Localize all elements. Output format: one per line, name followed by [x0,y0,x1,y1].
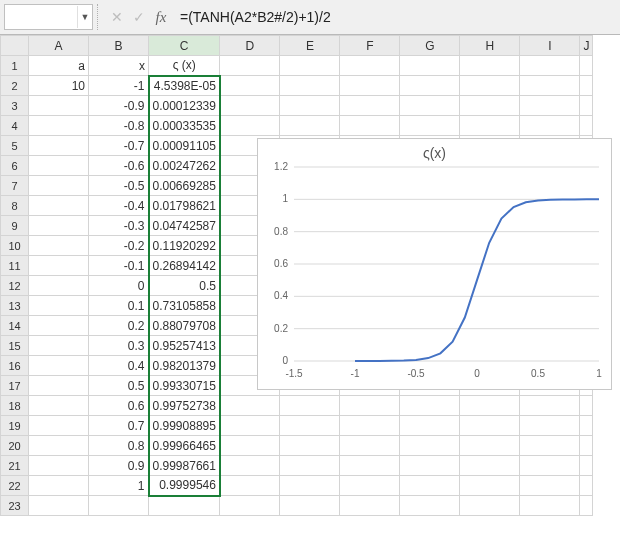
col-header-J[interactable]: J [580,36,593,56]
cell-A7[interactable] [29,176,89,196]
cell-A8[interactable] [29,196,89,216]
cell-B16[interactable]: 0.4 [89,356,149,376]
cell-A2[interactable]: 10 [29,76,89,96]
cell-C22[interactable]: 0.9999546 [149,476,220,496]
cell-D18[interactable] [220,396,280,416]
row-header-22[interactable]: 22 [1,476,29,496]
cell-A23[interactable] [29,496,89,516]
cell-I4[interactable] [520,116,580,136]
cell-A13[interactable] [29,296,89,316]
cell-J21[interactable] [580,456,593,476]
row-header-10[interactable]: 10 [1,236,29,256]
cell-D21[interactable] [220,456,280,476]
cell-B18[interactable]: 0.6 [89,396,149,416]
row-header-4[interactable]: 4 [1,116,29,136]
row-header-19[interactable]: 19 [1,416,29,436]
col-header-H[interactable]: H [460,36,520,56]
cell-I18[interactable] [520,396,580,416]
col-header-D[interactable]: D [220,36,280,56]
cell-C20[interactable]: 0.99966465 [149,436,220,456]
cell-E18[interactable] [280,396,340,416]
row-header-8[interactable]: 8 [1,196,29,216]
cell-H19[interactable] [460,416,520,436]
cell-C17[interactable]: 0.99330715 [149,376,220,396]
cell-A15[interactable] [29,336,89,356]
cell-A5[interactable] [29,136,89,156]
cell-B22[interactable]: 1 [89,476,149,496]
cell-B14[interactable]: 0.2 [89,316,149,336]
cell-I1[interactable] [520,56,580,76]
cell-B5[interactable]: -0.7 [89,136,149,156]
chart[interactable]: ς(x) 00.20.40.60.811.2-1.5-1-0.500.51 [257,138,612,390]
cell-J18[interactable] [580,396,593,416]
cell-E4[interactable] [280,116,340,136]
cell-F18[interactable] [340,396,400,416]
cell-A10[interactable] [29,236,89,256]
cell-G21[interactable] [400,456,460,476]
cell-A3[interactable] [29,96,89,116]
cell-B2[interactable]: -1 [89,76,149,96]
cell-E2[interactable] [280,76,340,96]
cell-E19[interactable] [280,416,340,436]
cell-H3[interactable] [460,96,520,116]
cell-A4[interactable] [29,116,89,136]
cell-D23[interactable] [220,496,280,516]
cell-I22[interactable] [520,476,580,496]
row-header-12[interactable]: 12 [1,276,29,296]
row-header-14[interactable]: 14 [1,316,29,336]
cell-H2[interactable] [460,76,520,96]
cell-C10[interactable]: 0.11920292 [149,236,220,256]
cell-B1[interactable]: x [89,56,149,76]
row-header-20[interactable]: 20 [1,436,29,456]
cell-F1[interactable] [340,56,400,76]
cell-E20[interactable] [280,436,340,456]
cell-B13[interactable]: 0.1 [89,296,149,316]
col-header-C[interactable]: C [149,36,220,56]
cell-A6[interactable] [29,156,89,176]
cell-C6[interactable]: 0.00247262 [149,156,220,176]
row-header-21[interactable]: 21 [1,456,29,476]
cell-G1[interactable] [400,56,460,76]
cell-A22[interactable] [29,476,89,496]
cell-F21[interactable] [340,456,400,476]
cell-I20[interactable] [520,436,580,456]
cell-E22[interactable] [280,476,340,496]
cell-E21[interactable] [280,456,340,476]
cell-D22[interactable] [220,476,280,496]
row-header-7[interactable]: 7 [1,176,29,196]
cell-J20[interactable] [580,436,593,456]
name-box[interactable]: ▼ [4,4,93,30]
cell-F4[interactable] [340,116,400,136]
cell-C12[interactable]: 0.5 [149,276,220,296]
cell-I3[interactable] [520,96,580,116]
cell-B19[interactable]: 0.7 [89,416,149,436]
cell-F2[interactable] [340,76,400,96]
cell-C7[interactable]: 0.00669285 [149,176,220,196]
col-header-F[interactable]: F [340,36,400,56]
cell-H20[interactable] [460,436,520,456]
cell-B6[interactable]: -0.6 [89,156,149,176]
cell-B8[interactable]: -0.4 [89,196,149,216]
row-header-23[interactable]: 23 [1,496,29,516]
cell-H18[interactable] [460,396,520,416]
cell-G4[interactable] [400,116,460,136]
cell-B9[interactable]: -0.3 [89,216,149,236]
cell-J19[interactable] [580,416,593,436]
cell-H23[interactable] [460,496,520,516]
cell-C11[interactable]: 0.26894142 [149,256,220,276]
cell-A16[interactable] [29,356,89,376]
cell-C8[interactable]: 0.01798621 [149,196,220,216]
cell-B11[interactable]: -0.1 [89,256,149,276]
col-header-E[interactable]: E [280,36,340,56]
row-header-15[interactable]: 15 [1,336,29,356]
cell-C5[interactable]: 0.00091105 [149,136,220,156]
cell-I21[interactable] [520,456,580,476]
formula-input[interactable]: =(TANH(A2*B2#/2)+1)/2 [172,9,620,25]
cell-G19[interactable] [400,416,460,436]
row-header-6[interactable]: 6 [1,156,29,176]
cell-B10[interactable]: -0.2 [89,236,149,256]
col-header-I[interactable]: I [520,36,580,56]
row-header-11[interactable]: 11 [1,256,29,276]
cell-J3[interactable] [580,96,593,116]
cell-J23[interactable] [580,496,593,516]
